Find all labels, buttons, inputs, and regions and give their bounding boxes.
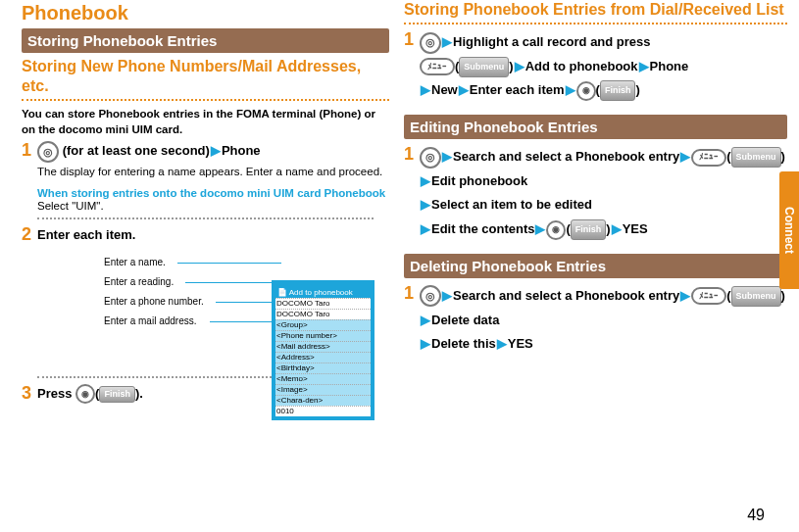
arrow-icon: ▶ — [612, 218, 622, 242]
screenshot-row: <Chara-den> — [275, 395, 371, 406]
screenshot-row: <Phone number> — [275, 330, 371, 341]
arrow-icon: ▶ — [515, 55, 524, 79]
screenshot-row: DOCOMO Taro — [275, 298, 371, 309]
step-number-1: 1 — [404, 145, 416, 242]
arrow-icon: ▶ — [459, 78, 469, 103]
arrow-icon: ▶ — [680, 284, 690, 309]
menu-key-icon: ﾒﾆｭｰ — [420, 58, 455, 75]
intro-text: You can store Phonebook entries in the F… — [22, 107, 389, 137]
divider — [22, 99, 389, 101]
screenshot-row: <Group> — [275, 319, 371, 330]
arrow-icon: ▶ — [535, 218, 545, 242]
screenshot-row: 0010 — [275, 406, 371, 416]
screenshot-row: <Memo> — [275, 373, 371, 384]
arrow-icon: ▶ — [442, 145, 452, 169]
submenu-button-label: Submenu — [731, 147, 781, 168]
heading-deleting: Deleting Phonebook Entries — [404, 254, 787, 278]
screenshot-row: <Mail address> — [275, 341, 371, 352]
arrow-icon: ▶ — [497, 332, 507, 357]
dpad-icon: ◎ — [420, 147, 441, 169]
dpad-icon: ◎ — [420, 32, 441, 54]
step-number-1: 1 — [404, 284, 416, 357]
arrow-icon: ▶ — [566, 78, 575, 103]
camera-icon: ◉ — [576, 81, 596, 101]
screenshot-row: <Image> — [275, 384, 371, 395]
arrow-icon: ▶ — [680, 145, 690, 169]
screenshot-row: <Address> — [275, 352, 371, 363]
heading-storing: Storing Phonebook Entries — [22, 28, 389, 53]
finish-button-label: Finish — [99, 386, 135, 404]
uim-note: Select "UIM". — [37, 200, 389, 212]
step-1-note: The display for entering a name appears.… — [37, 165, 389, 180]
menu-key-icon: ﾒﾆｭｰ — [691, 149, 726, 167]
submenu-button-label: Submenu — [459, 57, 509, 77]
camera-icon: ◉ — [75, 384, 95, 404]
step-number-3: 3 — [22, 384, 33, 405]
finish-button-label: Finish — [600, 80, 636, 101]
submenu-button-label: Submenu — [731, 286, 781, 307]
screenshot-title: 📄 Add to phonebook — [275, 288, 371, 298]
dial-step-body: ◎▶Highlight a call record and press ﾒﾆｭｰ… — [420, 30, 787, 103]
heading-editing: Editing Phonebook Entries — [404, 115, 787, 139]
heading-storing-new: Storing New Phone Numbers/Mail Addresses… — [22, 57, 389, 96]
arrow-icon: ▶ — [421, 332, 430, 357]
arrow-icon: ▶ — [442, 30, 452, 55]
divider — [37, 218, 374, 219]
arrow-icon: ▶ — [211, 141, 221, 161]
menu-key-icon: ﾒﾆｭｰ — [691, 287, 726, 305]
step-1-body: ◎ (for at least one second)▶Phone — [37, 141, 389, 163]
finish-button-label: Finish — [571, 219, 607, 240]
heading-dial-received: Storing Phonebook Entries from Dial/Rece… — [404, 0, 787, 20]
camera-icon: ◉ — [546, 220, 566, 240]
screenshot-row: DOCOMO Taro — [275, 309, 371, 319]
step-number-1: 1 — [22, 141, 33, 163]
step-2-body: Enter each item. — [37, 225, 389, 245]
step-number-2: 2 — [22, 225, 33, 245]
delete-step-body: ◎▶Search and select a Phonebook entry▶ﾒﾆ… — [420, 284, 787, 357]
phone-screenshot: 📄 Add to phonebook DOCOMO Taro DOCOMO Ta… — [272, 280, 375, 420]
step-number-1: 1 — [404, 30, 416, 103]
uim-heading: When storing entries onto the docomo min… — [37, 186, 389, 200]
dpad-icon: ◎ — [420, 285, 441, 307]
arrow-icon: ▶ — [442, 284, 452, 309]
screenshot-row: <Birthday> — [275, 363, 371, 373]
arrow-icon: ▶ — [421, 218, 430, 242]
arrow-icon: ▶ — [421, 309, 430, 333]
arrow-icon: ▶ — [421, 169, 430, 194]
side-tab-connect: Connect — [779, 171, 799, 289]
arrow-icon: ▶ — [421, 193, 430, 218]
arrow-icon: ▶ — [421, 78, 430, 103]
page-number: 49 — [747, 507, 765, 524]
arrow-icon: ▶ — [639, 55, 649, 79]
edit-step-body: ◎▶Search and select a Phonebook entry▶ﾒﾆ… — [420, 145, 787, 242]
dpad-icon: ◎ — [37, 141, 59, 163]
divider — [404, 23, 787, 24]
heading-phonebook: Phonebook — [22, 0, 389, 28]
